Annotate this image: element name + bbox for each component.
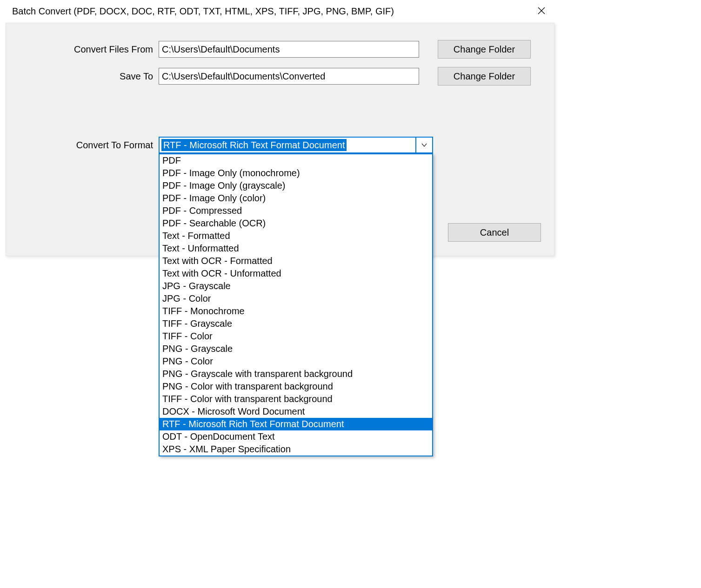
- format-option[interactable]: PDF - Image Only (color): [160, 192, 432, 205]
- change-folder-to-button[interactable]: Change Folder: [438, 67, 531, 86]
- format-dropdown-list[interactable]: PDFPDF - Image Only (monochrome)PDF - Im…: [159, 153, 433, 456]
- window-title: Batch Convert (PDF, DOCX, DOC, RTF, ODT,…: [12, 6, 528, 17]
- format-option[interactable]: Text - Formatted: [160, 230, 432, 242]
- format-option[interactable]: JPG - Grayscale: [160, 280, 432, 292]
- format-option[interactable]: PDF - Image Only (grayscale): [160, 179, 432, 192]
- save-to-input[interactable]: [159, 68, 419, 85]
- chevron-down-icon: [421, 140, 427, 151]
- format-combobox[interactable]: RTF - Microsoft Rich Text Format Documen…: [159, 137, 433, 153]
- convert-from-label: Convert Files From: [19, 44, 159, 55]
- format-option[interactable]: PNG - Grayscale with transparent backgro…: [160, 368, 432, 380]
- cancel-button[interactable]: Cancel: [448, 223, 541, 242]
- format-option[interactable]: PDF - Searchable (OCR): [160, 217, 432, 230]
- format-option[interactable]: JPG - Color: [160, 292, 432, 305]
- format-option[interactable]: TIFF - Monochrome: [160, 305, 432, 317]
- combobox-arrow-button[interactable]: [415, 138, 432, 152]
- format-option[interactable]: TIFF - Grayscale: [160, 317, 432, 330]
- close-icon: [538, 6, 545, 17]
- format-selected-value: RTF - Microsoft Rich Text Format Documen…: [161, 139, 347, 151]
- format-option[interactable]: TIFF - Color with transparent background: [160, 393, 432, 405]
- format-option[interactable]: Text with OCR - Unformatted: [160, 267, 432, 280]
- save-to-label: Save To: [19, 71, 159, 82]
- format-option[interactable]: PDF - Compressed: [160, 205, 432, 217]
- format-option[interactable]: PNG - Grayscale: [160, 343, 432, 355]
- format-option[interactable]: PDF: [160, 154, 432, 167]
- convert-from-input[interactable]: [159, 41, 419, 58]
- close-button[interactable]: [528, 0, 554, 22]
- format-option[interactable]: TIFF - Color: [160, 330, 432, 343]
- format-option[interactable]: DOCX - Microsoft Word Document: [160, 405, 432, 418]
- format-option[interactable]: Text - Unformatted: [160, 242, 432, 255]
- format-option[interactable]: RTF - Microsoft Rich Text Format Documen…: [160, 418, 432, 430]
- format-option[interactable]: Text with OCR - Formatted: [160, 255, 432, 267]
- change-folder-from-button[interactable]: Change Folder: [438, 40, 531, 59]
- format-option[interactable]: PNG - Color with transparent background: [160, 380, 432, 393]
- convert-to-format-label: Convert To Format: [19, 140, 159, 151]
- format-option[interactable]: ODT - OpenDocument Text: [160, 430, 432, 443]
- format-option[interactable]: PNG - Color: [160, 355, 432, 368]
- title-bar: Batch Convert (PDF, DOCX, DOC, RTF, ODT,…: [6, 0, 554, 23]
- format-option[interactable]: XPS - XML Paper Specification: [160, 443, 432, 456]
- format-option[interactable]: PDF - Image Only (monochrome): [160, 167, 432, 179]
